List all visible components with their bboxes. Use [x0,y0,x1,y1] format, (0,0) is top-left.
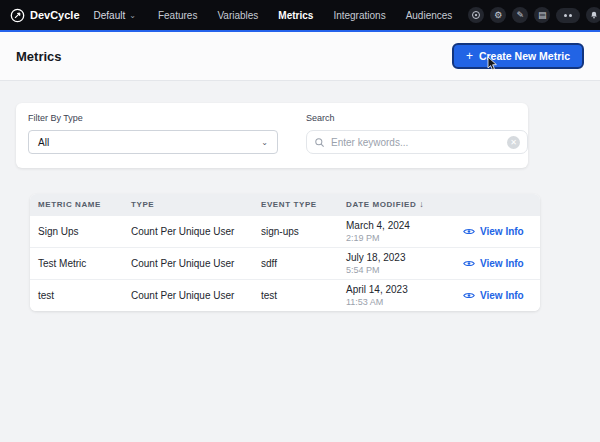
view-info-link[interactable]: View Info [463,290,532,301]
metric-name-cell: Test Metric [30,247,123,279]
type-cell: Count Per Unique User [123,247,253,279]
create-new-metric-label: Create New Metric [479,50,570,62]
view-info-link[interactable]: View Info [463,258,532,269]
main-nav: Features Variables Metrics Integrations … [156,8,454,23]
event-type-cell: sign-ups [253,215,338,247]
clear-search-icon[interactable]: ✕ [507,136,520,149]
nav-item-integrations[interactable]: Integrations [331,8,387,23]
chevron-down-icon: ⌄ [129,11,136,20]
search-icon [314,137,325,148]
table-row[interactable]: test Count Per Unique User test April 14… [30,279,540,311]
date-modified-cell: April 14, 2023 11:53 AM [338,279,455,311]
nav-item-features[interactable]: Features [156,8,199,23]
table-row[interactable]: Test Metric Count Per Unique User sdff J… [30,247,540,279]
column-header-event-type[interactable]: Event Type [253,194,338,215]
filter-by-type-label: Filter By Type [28,113,278,123]
sort-desc-icon: ↓ [419,199,424,209]
project-selector[interactable]: Default ⌄ [94,10,136,21]
column-header-date-modified[interactable]: Date Modified↓ [338,194,455,215]
bell-icon[interactable] [586,7,600,23]
nav-item-variables[interactable]: Variables [215,8,260,23]
column-header-type[interactable]: Type [123,194,253,215]
wrench-icon[interactable]: ✎ [512,7,528,23]
devcycle-logo-icon [10,8,25,23]
navbar-actions: ⚙ ✎ ▤ [468,7,600,23]
search-box: ✕ [306,130,528,154]
date-modified-cell: March 4, 2024 2:19 PM [338,215,455,247]
metric-name-cell: Sign Ups [30,215,123,247]
table-row[interactable]: Sign Ups Count Per Unique User sign-ups … [30,215,540,247]
view-info-link[interactable]: View Info [463,226,532,237]
search-label: Search [306,113,528,123]
column-header-actions [455,194,540,215]
target-icon[interactable] [468,7,484,23]
brand-name: DevCycle [30,9,80,21]
type-select-value: All [38,137,49,148]
table-header-row: Metric Name Type Event Type Date Modifie… [30,194,540,215]
event-type-cell: test [253,279,338,311]
book-icon[interactable]: ▤ [534,7,550,23]
nav-item-audiences[interactable]: Audiences [404,8,455,23]
metrics-table: Metric Name Type Event Type Date Modifie… [30,194,540,311]
date-modified-cell: July 18, 2023 5:54 PM [338,247,455,279]
plus-icon: + [466,50,473,62]
project-name: Default [94,10,126,21]
gamepad-icon[interactable] [556,8,580,23]
column-header-metric-name[interactable]: Metric Name [30,194,123,215]
page-title: Metrics [16,49,62,64]
gear-icon[interactable]: ⚙ [490,7,506,23]
chevron-down-icon: ⌄ [261,138,268,147]
search-group: Search ✕ [306,113,528,154]
metric-name-cell: test [30,279,123,311]
type-select[interactable]: All ⌄ [28,130,278,154]
filter-card: Filter By Type All ⌄ Search ✕ [16,103,528,168]
filter-by-type-group: Filter By Type All ⌄ [28,113,278,154]
page-header: Metrics + Create New Metric [0,32,600,81]
type-cell: Count Per Unique User [123,215,253,247]
top-navbar: DevCycle Default ⌄ Features Variables Me… [0,0,600,30]
brand[interactable]: DevCycle [10,8,80,23]
search-input[interactable] [331,137,501,148]
type-cell: Count Per Unique User [123,279,253,311]
nav-item-metrics[interactable]: Metrics [276,8,315,23]
event-type-cell: sdff [253,247,338,279]
create-new-metric-button[interactable]: + Create New Metric [452,43,584,69]
